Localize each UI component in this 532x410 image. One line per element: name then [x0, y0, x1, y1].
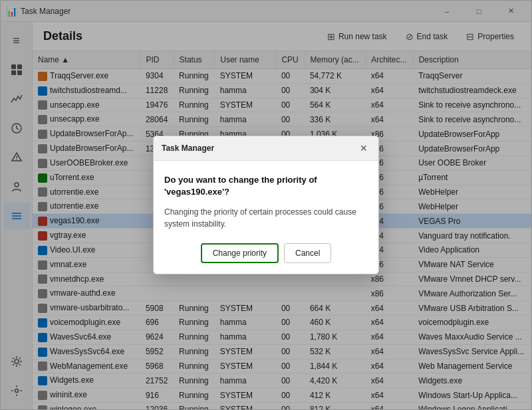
dialog-buttons: Change priority Cancel [164, 243, 368, 263]
cancel-button[interactable]: Cancel [284, 243, 331, 263]
dialog-title: Task Manager [162, 144, 214, 153]
dialog-titlebar: Task Manager ✕ [154, 136, 378, 161]
priority-dialog: Task Manager ✕ Do you want to change the… [153, 136, 379, 274]
dialog-overlay: Task Manager ✕ Do you want to change the… [0, 0, 532, 410]
dialog-body: Do you want to change the priority of 'v… [154, 161, 378, 274]
dialog-question: Do you want to change the priority of 'v… [164, 174, 368, 198]
dialog-message: Changing the priority of certain process… [164, 206, 368, 230]
change-priority-button[interactable]: Change priority [201, 243, 279, 263]
main-window: 📊 Task Manager – □ ✕ ≡ [0, 0, 532, 410]
dialog-close-button[interactable]: ✕ [357, 142, 370, 155]
